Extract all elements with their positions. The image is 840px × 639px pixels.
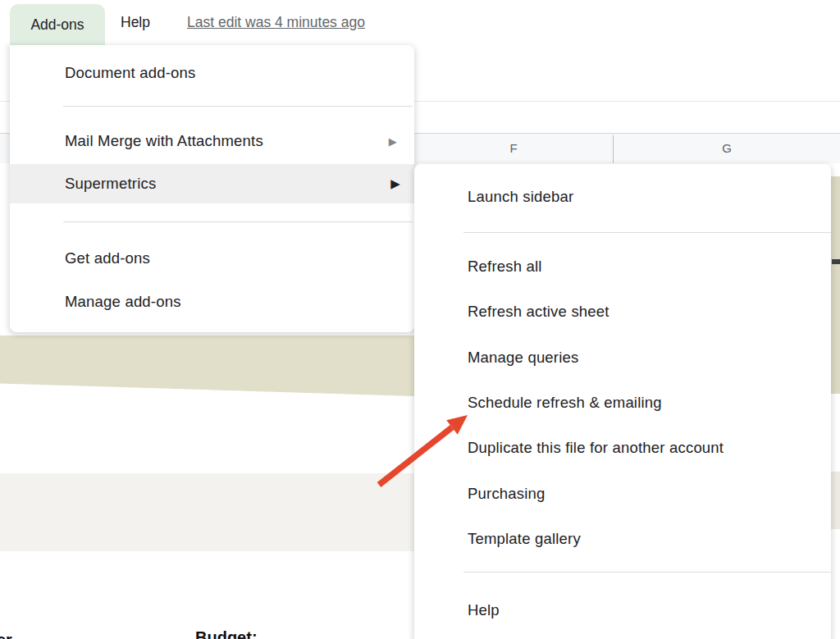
menu-help[interactable]: Help [110, 0, 161, 45]
sheet-colored-region-left [0, 335, 414, 396]
menu-item-mail-merge[interactable]: Mail Merge with Attachments ▶ [10, 123, 414, 159]
submenu-item-refresh-all[interactable]: Refresh all [414, 249, 831, 285]
menu-item-label: Mail Merge with Attachments [65, 132, 263, 150]
submenu-item-help[interactable]: Help [414, 592, 831, 628]
last-edit-link[interactable]: Last edit was 4 minutes ago [187, 0, 365, 45]
sheet-beige-fragment [831, 472, 840, 529]
submenu-item-refresh-active-sheet[interactable]: Refresh active sheet [414, 294, 831, 330]
menu-item-manage-add-ons[interactable]: Manage add-ons [10, 284, 414, 320]
sheet-text-fragment: er [0, 631, 12, 639]
menu-item-get-add-ons[interactable]: Get add-ons [10, 240, 414, 276]
column-divider[interactable] [613, 135, 614, 163]
menu-item-document-add-ons[interactable]: Document add-ons [10, 55, 414, 91]
cell-content-fragment [832, 259, 840, 264]
sheet-budget-label: Budget: [195, 628, 258, 639]
supermetrics-submenu: Launch sidebar Refresh all Refresh activ… [414, 164, 831, 639]
sheet-colored-region-right [831, 176, 840, 394]
addons-menu: Document add-ons Mail Merge with Attachm… [10, 45, 414, 332]
menu-separator [63, 106, 413, 107]
submenu-item-purchasing[interactable]: Purchasing [414, 476, 831, 512]
column-header-g[interactable]: G [614, 134, 840, 163]
submenu-item-launch-sidebar[interactable]: Launch sidebar [414, 179, 831, 215]
menu-bar: Add-ons Help Last edit was 4 minutes ago [0, 0, 840, 45]
submenu-item-duplicate-file[interactable]: Duplicate this file for another account [414, 430, 831, 466]
menu-addons[interactable]: Add-ons [10, 4, 105, 45]
menu-item-label: Supermetrics [65, 175, 156, 193]
submenu-item-manage-queries[interactable]: Manage queries [414, 340, 831, 376]
submenu-item-template-gallery[interactable]: Template gallery [414, 521, 831, 557]
menu-separator [463, 572, 831, 573]
submenu-arrow-icon: ▶ [389, 135, 397, 148]
menu-item-supermetrics[interactable]: Supermetrics ▶ [10, 164, 414, 203]
column-header-f[interactable]: F [414, 134, 613, 163]
submenu-arrow-icon: ▶ [390, 176, 400, 191]
submenu-item-schedule-refresh[interactable]: Schedule refresh & emailing [414, 385, 831, 421]
sheet-gray-band [0, 473, 414, 551]
menu-separator [63, 221, 413, 222]
menu-separator [463, 232, 831, 233]
